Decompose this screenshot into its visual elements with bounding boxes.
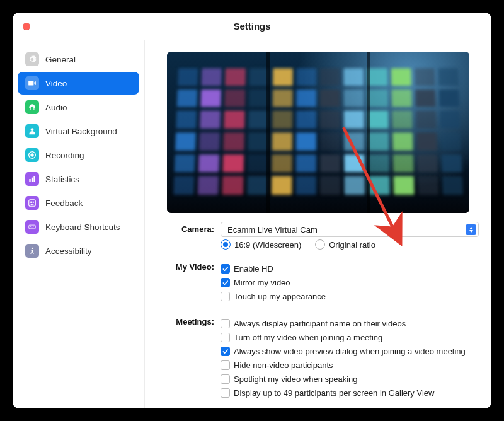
checkbox-label: Hide non-video participants: [234, 360, 333, 370]
titlebar: Settings: [13, 13, 491, 40]
sidebar-item-label: Audio: [45, 103, 67, 112]
checkbox-label: Touch up my appearance: [234, 292, 326, 301]
settings-body: GeneralVideoAudioVirtual BackgroundRecor…: [13, 40, 491, 408]
sidebar-item-statistics[interactable]: Statistics: [18, 168, 139, 190]
camera-row: Camera: Ecamm Live Virtual Cam 16:9 (Wid…: [158, 222, 479, 253]
option-video-meetings-2: Always show video preview dialog when jo…: [220, 347, 479, 356]
svg-point-10: [30, 226, 31, 227]
aspect-original-radio[interactable]: [315, 239, 325, 250]
sidebar-item-general[interactable]: General: [18, 48, 139, 71]
option-video-meetings-4: Spotlight my video when speaking: [220, 374, 479, 384]
checkbox-label: Always show video preview dialog when jo…: [234, 347, 466, 356]
checkbox[interactable]: [220, 374, 230, 384]
svg-point-0: [31, 128, 34, 131]
sidebar-item-label: Feedback: [45, 199, 83, 208]
record-icon: [25, 148, 39, 162]
checkbox-label: Display up to 49 participants per screen…: [234, 388, 434, 398]
checkbox-label: Spotlight my video when speaking: [234, 374, 358, 384]
smile-icon: [25, 196, 39, 210]
option-video-my_video-1: Mirror my video: [220, 278, 479, 287]
checkbox[interactable]: [220, 347, 230, 356]
checkbox[interactable]: [220, 388, 230, 398]
sidebar-item-label: Virtual Background: [45, 127, 117, 136]
svg-point-11: [32, 226, 32, 227]
sidebar-item-audio[interactable]: Audio: [18, 96, 139, 118]
checkbox[interactable]: [220, 319, 230, 328]
sidebar-item-video[interactable]: Video: [18, 72, 139, 95]
option-video-my_video-2: Touch up my appearance: [220, 292, 479, 301]
svg-point-14: [32, 248, 33, 249]
updown-icon: [466, 224, 476, 235]
camera-select-value: Ecamm Live Virtual Cam: [227, 225, 318, 234]
option-video-meetings-1: Turn off my video when joining a meeting: [220, 333, 479, 342]
chart-icon: [25, 172, 39, 186]
person-icon: [25, 124, 39, 138]
sidebar-item-label: Statistics: [45, 175, 79, 184]
checkbox-label: Turn off my video when joining a meeting: [234, 333, 382, 342]
checkbox-label: Mirror my video: [234, 278, 290, 287]
sidebar-item-keyboard-shortcuts[interactable]: Keyboard Shortcuts: [18, 216, 139, 238]
video-icon: [25, 76, 39, 90]
sidebar-item-label: Accessibility: [45, 246, 92, 256]
checkbox[interactable]: [220, 278, 230, 287]
aspect-widescreen-radio[interactable]: [220, 239, 231, 250]
svg-point-8: [33, 202, 33, 202]
option-video-meetings-3: Hide non-video participants: [220, 360, 479, 370]
option-video-meetings-5: Display up to 49 participants per screen…: [220, 388, 479, 398]
checkbox[interactable]: [220, 264, 230, 274]
svg-rect-6: [29, 200, 36, 207]
aspect-widescreen-label: 16:9 (Widescreen): [234, 240, 301, 250]
settings-content: Camera: Ecamm Live Virtual Cam 16:9 (Wid…: [145, 40, 491, 408]
checkbox[interactable]: [220, 292, 230, 301]
keyboard-icon: [25, 220, 39, 234]
checkbox-label: Enable HD: [234, 264, 273, 274]
sidebar-item-label: Recording: [45, 151, 84, 160]
window-title: Settings: [13, 21, 491, 32]
sidebar-item-label: Keyboard Shortcuts: [45, 222, 120, 232]
sidebar-item-feedback[interactable]: Feedback: [18, 192, 139, 214]
meetings-row: Meetings: Always display participant nam…: [158, 314, 479, 402]
option-video-my_video-0: Enable HD: [220, 264, 479, 274]
svg-point-7: [31, 202, 32, 202]
checkbox[interactable]: [220, 360, 230, 370]
svg-rect-9: [29, 225, 36, 229]
headphones-icon: [25, 100, 39, 114]
sidebar-item-recording[interactable]: Recording: [18, 144, 139, 166]
settings-sidebar: GeneralVideoAudioVirtual BackgroundRecor…: [13, 40, 145, 408]
svg-point-12: [33, 226, 33, 227]
sidebar-item-label: General: [45, 55, 76, 64]
sidebar-item-virtual-background[interactable]: Virtual Background: [18, 120, 139, 142]
sidebar-item-label: Video: [45, 79, 67, 88]
camera-label: Camera:: [158, 222, 220, 234]
aspect-original-label: Original ratio: [329, 240, 375, 250]
my-video-label: My Video:: [158, 260, 220, 272]
gear-icon: [25, 52, 39, 66]
checkbox[interactable]: [220, 333, 230, 342]
option-video-meetings-0: Always display participant name on their…: [220, 319, 479, 328]
my-video-row: My Video: Enable HDMirror my videoTouch …: [158, 260, 479, 306]
settings-window: Settings GeneralVideoAudioVirtual Backgr…: [13, 13, 491, 408]
sidebar-item-accessibility[interactable]: Accessibility: [18, 239, 139, 262]
accessibility-icon: [25, 244, 39, 258]
video-settings-form: Camera: Ecamm Live Virtual Cam 16:9 (Wid…: [158, 222, 479, 402]
svg-rect-3: [29, 179, 30, 182]
svg-rect-5: [33, 176, 35, 182]
svg-rect-13: [31, 228, 34, 228]
meetings-label: Meetings:: [158, 314, 220, 326]
camera-preview: [167, 52, 469, 213]
svg-rect-4: [32, 178, 33, 182]
svg-point-2: [31, 154, 33, 156]
camera-select[interactable]: Ecamm Live Virtual Cam: [220, 222, 479, 237]
checkbox-label: Always display participant name on their…: [234, 319, 406, 328]
